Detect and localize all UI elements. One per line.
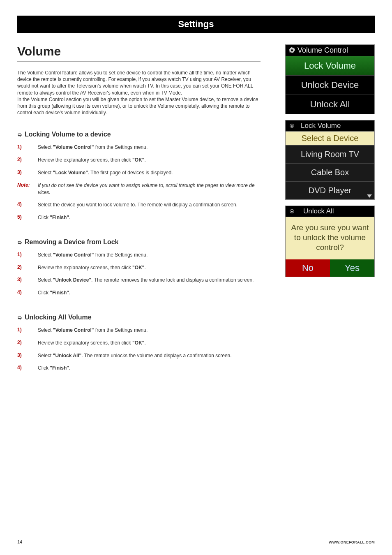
step-number: 1) — [17, 252, 38, 257]
subhead-unlock-text: Unlocking All Volume — [25, 314, 92, 321]
gear-icon — [289, 47, 295, 53]
svg-point-0 — [291, 125, 293, 127]
device-dvd-player[interactable]: DVD Player — [286, 181, 374, 199]
step-text: Select "Lock Volume". The first page of … — [38, 169, 261, 176]
device-living-room-tv[interactable]: Living Room TV — [286, 145, 374, 163]
step-text: Select "Volume Control" from the Setting… — [38, 144, 261, 151]
step-text: Select "Unlock Device". The remote remov… — [38, 277, 261, 284]
select-device-label: Select a Device — [286, 132, 374, 145]
step-text: Review the explanatory screens, then cli… — [38, 340, 261, 347]
screen-lock-volume: Lock Volume Select a Device Living Room … — [285, 120, 375, 200]
step-number: 3) — [17, 352, 38, 358]
step-number: 5) — [17, 214, 38, 220]
step-text: Click "Finish". — [38, 214, 261, 221]
right-column: Volume Control Lock Volume Unlock Device… — [285, 44, 375, 283]
subhead-lock-text: Locking Volume to a device — [25, 131, 111, 138]
svg-point-1 — [291, 210, 293, 212]
screen-header-text: Lock Volume — [301, 122, 341, 130]
step-text: Select "Unlock All". The remote unlocks … — [38, 352, 261, 359]
step-text: Review the explanatory screens, then cli… — [38, 157, 261, 164]
page-title: Volume — [17, 44, 261, 62]
step-row: 3) Select "Unlock Device". The remote re… — [17, 277, 261, 284]
step-text: Select the device you want to lock volum… — [38, 201, 261, 208]
step-row: Note: If you do not see the device you w… — [17, 182, 261, 196]
step-number: 3) — [17, 169, 38, 175]
screen-header-text: Volume Control — [297, 46, 348, 55]
step-number: 4) — [17, 289, 38, 295]
step-row: 3) Select "Unlock All". The remote unloc… — [17, 352, 261, 359]
page-number: 14 — [17, 539, 22, 544]
subhead-lock: ➭ Locking Volume to a device — [17, 131, 261, 138]
screen-header: Lock Volume — [286, 120, 374, 132]
subhead-remove-text: Removing a Device from Lock — [25, 238, 119, 246]
screen-header: Volume Control — [286, 45, 374, 56]
arrow-icon: ➭ — [17, 131, 22, 138]
step-row: 1) Select "Volume Control" from the Sett… — [17, 144, 261, 151]
footer-url: WWW.ONEFORALL.COM — [329, 540, 375, 544]
confirm-message: Are you sure you want to unlock the volu… — [286, 217, 374, 259]
device-cable-box[interactable]: Cable Box — [286, 163, 374, 181]
step-number: 3) — [17, 277, 38, 282]
steps-remove: 1) Select "Volume Control" from the Sett… — [17, 252, 261, 296]
steps-unlock: 1) Select "Volume Control" from the Sett… — [17, 327, 261, 372]
step-row: 3) Select "Lock Volume". The first page … — [17, 169, 261, 176]
subhead-remove: ➭ Removing a Device from Lock — [17, 238, 261, 246]
screen-header-text: Unlock All — [303, 207, 334, 215]
intro-text: The Volume Control feature allows you to… — [17, 69, 261, 116]
step-row: 1) Select "Volume Control" from the Sett… — [17, 252, 261, 259]
yes-button[interactable]: Yes — [330, 259, 374, 277]
step-text: Click "Finish". — [38, 365, 261, 372]
step-number: 1) — [17, 144, 38, 150]
settings-bar: Settings — [17, 16, 375, 33]
step-number: 2) — [17, 157, 38, 162]
step-row: 5) Click "Finish". — [17, 214, 261, 221]
step-text: Select "Volume Control" from the Setting… — [38, 252, 261, 259]
menu-lock-volume[interactable]: Lock Volume — [286, 56, 374, 75]
step-text: Review the explanatory screens, then cli… — [38, 264, 261, 271]
screen-volume-control: Volume Control Lock Volume Unlock Device… — [285, 44, 375, 114]
screen-header: Unlock All — [286, 206, 374, 217]
subhead-unlock: ➭ Unlocking All Volume — [17, 314, 261, 321]
no-button[interactable]: No — [286, 259, 330, 277]
arrow-icon: ➭ — [17, 314, 22, 321]
step-row: 1) Select "Volume Control" from the Sett… — [17, 327, 261, 334]
steps-lock: 1) Select "Volume Control" from the Sett… — [17, 144, 261, 221]
step-number: 4) — [17, 365, 38, 370]
step-row: 4) Select the device you want to lock vo… — [17, 201, 261, 208]
screen-unlock-all: Unlock All Are you sure you want to unlo… — [285, 206, 375, 277]
step-number: 2) — [17, 340, 38, 345]
gear-icon — [289, 123, 295, 129]
arrow-icon: ➭ — [17, 239, 22, 245]
step-row: 4) Click "Finish". — [17, 365, 261, 372]
step-number: 2) — [17, 264, 38, 270]
step-note-text: If you do not see the device you want to… — [38, 182, 261, 196]
page-footer: 14 WWW.ONEFORALL.COM — [17, 539, 375, 544]
menu-unlock-device[interactable]: Unlock Device — [286, 75, 374, 95]
step-text: Select "Volume Control" from the Setting… — [38, 327, 261, 334]
step-text: Click "Finish". — [38, 289, 261, 296]
gear-icon — [289, 208, 295, 215]
menu-unlock-all[interactable]: Unlock All — [286, 95, 374, 114]
step-row: 4) Click "Finish". — [17, 289, 261, 296]
step-row: 2) Review the explanatory screens, then … — [17, 264, 261, 271]
step-row: 2) Review the explanatory screens, then … — [17, 340, 261, 347]
confirm-buttons: No Yes — [286, 259, 374, 277]
step-number: 1) — [17, 327, 38, 333]
step-note-label: Note: — [17, 182, 38, 188]
step-row: 2) Review the explanatory screens, then … — [17, 157, 261, 164]
left-column: Volume The Volume Control feature allows… — [17, 44, 261, 377]
step-number: 4) — [17, 201, 38, 207]
